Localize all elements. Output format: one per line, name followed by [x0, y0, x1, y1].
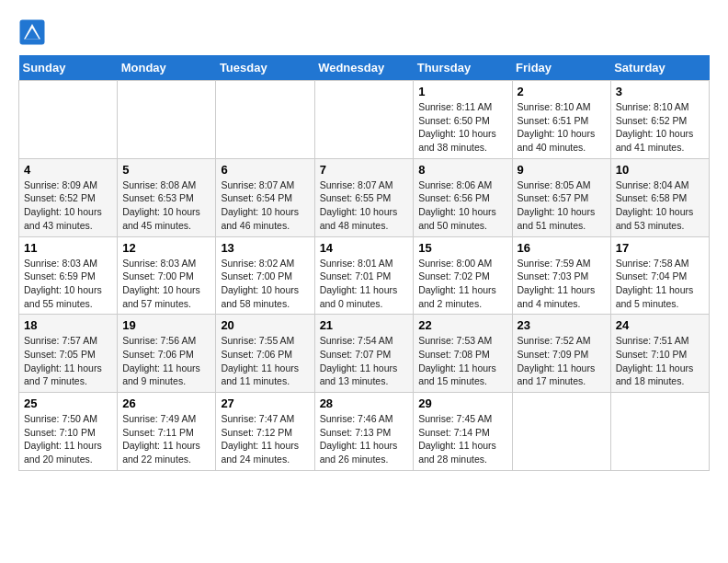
day-cell — [610, 393, 709, 471]
day-cell — [216, 81, 314, 159]
day-cell: 18 Sunrise: 7:57 AM Sunset: 7:05 PM Dayl… — [19, 315, 118, 393]
week-row-5: 25 Sunrise: 7:50 AM Sunset: 7:10 PM Dayl… — [19, 393, 710, 471]
day-info: Sunrise: 8:07 AM Sunset: 6:54 PM Dayligh… — [221, 178, 309, 233]
day-number: 13 — [221, 241, 309, 255]
day-info: Sunrise: 8:03 AM Sunset: 6:59 PM Dayligh… — [24, 257, 112, 311]
day-cell: 8 Sunrise: 8:06 AM Sunset: 6:56 PM Dayli… — [414, 158, 512, 236]
day-cell — [19, 81, 118, 159]
day-info: Sunrise: 7:54 AM Sunset: 7:07 PM Dayligh… — [320, 334, 409, 388]
day-info: Sunrise: 7:53 AM Sunset: 7:08 PM Dayligh… — [418, 334, 506, 388]
day-info: Sunrise: 8:11 AM Sunset: 6:50 PM Dayligh… — [418, 100, 506, 155]
day-number: 2 — [518, 85, 606, 98]
day-number: 17 — [616, 241, 704, 255]
day-number: 12 — [122, 241, 210, 255]
day-number: 6 — [221, 163, 309, 177]
day-info: Sunrise: 7:58 AM Sunset: 7:04 PM Dayligh… — [616, 257, 704, 311]
day-number: 10 — [616, 163, 704, 177]
week-row-4: 18 Sunrise: 7:57 AM Sunset: 7:05 PM Dayl… — [19, 315, 710, 393]
day-cell: 29 Sunrise: 7:45 AM Sunset: 7:14 PM Dayl… — [414, 393, 512, 471]
day-cell — [314, 81, 414, 159]
day-cell: 22 Sunrise: 7:53 AM Sunset: 7:08 PM Dayl… — [414, 315, 512, 393]
week-row-3: 11 Sunrise: 8:03 AM Sunset: 6:59 PM Dayl… — [19, 236, 710, 315]
day-number: 7 — [320, 163, 409, 177]
col-header-wednesday: Wednesday — [314, 55, 414, 81]
day-number: 19 — [122, 318, 210, 332]
day-cell: 7 Sunrise: 8:07 AM Sunset: 6:55 PM Dayli… — [314, 158, 414, 236]
col-header-friday: Friday — [512, 55, 610, 81]
day-number: 5 — [122, 163, 210, 177]
day-info: Sunrise: 8:10 AM Sunset: 6:51 PM Dayligh… — [518, 100, 606, 155]
day-number: 9 — [518, 163, 606, 177]
day-cell: 12 Sunrise: 8:03 AM Sunset: 7:00 PM Dayl… — [118, 236, 216, 315]
day-cell: 24 Sunrise: 7:51 AM Sunset: 7:10 PM Dayl… — [610, 315, 709, 393]
day-cell: 15 Sunrise: 8:00 AM Sunset: 7:02 PM Dayl… — [414, 236, 512, 315]
day-cell: 26 Sunrise: 7:49 AM Sunset: 7:11 PM Dayl… — [118, 393, 216, 471]
day-info: Sunrise: 8:03 AM Sunset: 7:00 PM Dayligh… — [122, 257, 210, 311]
calendar-table: SundayMondayTuesdayWednesdayThursdayFrid… — [18, 55, 710, 471]
day-number: 1 — [418, 85, 506, 98]
week-row-1: 1 Sunrise: 8:11 AM Sunset: 6:50 PM Dayli… — [19, 81, 710, 159]
day-info: Sunrise: 7:59 AM Sunset: 7:03 PM Dayligh… — [518, 257, 606, 311]
day-cell: 28 Sunrise: 7:46 AM Sunset: 7:13 PM Dayl… — [314, 393, 414, 471]
day-number: 11 — [24, 241, 112, 255]
day-cell: 27 Sunrise: 7:47 AM Sunset: 7:12 PM Dayl… — [216, 393, 314, 471]
day-number: 29 — [418, 396, 506, 410]
day-cell: 21 Sunrise: 7:54 AM Sunset: 7:07 PM Dayl… — [314, 315, 414, 393]
logo — [18, 18, 50, 46]
day-cell — [512, 393, 610, 471]
day-cell: 17 Sunrise: 7:58 AM Sunset: 7:04 PM Dayl… — [610, 236, 709, 315]
day-cell: 25 Sunrise: 7:50 AM Sunset: 7:10 PM Dayl… — [19, 393, 118, 471]
day-cell: 3 Sunrise: 8:10 AM Sunset: 6:52 PM Dayli… — [610, 81, 709, 159]
day-number: 24 — [616, 318, 704, 332]
day-number: 25 — [24, 396, 112, 410]
logo-icon — [18, 18, 46, 46]
day-info: Sunrise: 7:55 AM Sunset: 7:06 PM Dayligh… — [221, 334, 309, 388]
week-row-2: 4 Sunrise: 8:09 AM Sunset: 6:52 PM Dayli… — [19, 158, 710, 236]
day-cell: 6 Sunrise: 8:07 AM Sunset: 6:54 PM Dayli… — [216, 158, 314, 236]
day-number: 18 — [24, 318, 112, 332]
day-number: 4 — [24, 163, 112, 177]
day-number: 23 — [518, 318, 606, 332]
day-info: Sunrise: 8:08 AM Sunset: 6:53 PM Dayligh… — [122, 178, 210, 233]
day-cell — [118, 81, 216, 159]
day-cell: 1 Sunrise: 8:11 AM Sunset: 6:50 PM Dayli… — [414, 81, 512, 159]
day-info: Sunrise: 7:45 AM Sunset: 7:14 PM Dayligh… — [418, 412, 506, 466]
day-info: Sunrise: 8:00 AM Sunset: 7:02 PM Dayligh… — [418, 257, 506, 311]
day-info: Sunrise: 7:52 AM Sunset: 7:09 PM Dayligh… — [518, 334, 606, 388]
day-number: 14 — [320, 241, 409, 255]
col-header-thursday: Thursday — [414, 55, 512, 81]
day-number: 8 — [418, 163, 506, 177]
day-cell: 9 Sunrise: 8:05 AM Sunset: 6:57 PM Dayli… — [512, 158, 610, 236]
day-number: 20 — [221, 318, 309, 332]
col-header-tuesday: Tuesday — [216, 55, 314, 81]
day-info: Sunrise: 7:50 AM Sunset: 7:10 PM Dayligh… — [24, 412, 112, 466]
day-info: Sunrise: 7:47 AM Sunset: 7:12 PM Dayligh… — [221, 412, 309, 466]
day-cell: 13 Sunrise: 8:02 AM Sunset: 7:00 PM Dayl… — [216, 236, 314, 315]
day-info: Sunrise: 7:51 AM Sunset: 7:10 PM Dayligh… — [616, 334, 704, 388]
col-header-saturday: Saturday — [610, 55, 709, 81]
day-info: Sunrise: 8:10 AM Sunset: 6:52 PM Dayligh… — [616, 100, 704, 155]
day-info: Sunrise: 7:46 AM Sunset: 7:13 PM Dayligh… — [320, 412, 409, 466]
day-number: 15 — [418, 241, 506, 255]
day-cell: 19 Sunrise: 7:56 AM Sunset: 7:06 PM Dayl… — [118, 315, 216, 393]
day-number: 28 — [320, 396, 409, 410]
day-number: 26 — [122, 396, 210, 410]
day-info: Sunrise: 8:01 AM Sunset: 7:01 PM Dayligh… — [320, 257, 409, 311]
day-info: Sunrise: 8:02 AM Sunset: 7:00 PM Dayligh… — [221, 257, 309, 311]
day-number: 21 — [320, 318, 409, 332]
day-info: Sunrise: 8:06 AM Sunset: 6:56 PM Dayligh… — [418, 178, 506, 233]
col-header-monday: Monday — [118, 55, 216, 81]
day-cell: 14 Sunrise: 8:01 AM Sunset: 7:01 PM Dayl… — [314, 236, 414, 315]
day-cell: 20 Sunrise: 7:55 AM Sunset: 7:06 PM Dayl… — [216, 315, 314, 393]
day-info: Sunrise: 8:07 AM Sunset: 6:55 PM Dayligh… — [320, 178, 409, 233]
col-header-sunday: Sunday — [19, 55, 118, 81]
header-row: SundayMondayTuesdayWednesdayThursdayFrid… — [19, 55, 710, 81]
day-cell: 16 Sunrise: 7:59 AM Sunset: 7:03 PM Dayl… — [512, 236, 610, 315]
day-info: Sunrise: 7:56 AM Sunset: 7:06 PM Dayligh… — [122, 334, 210, 388]
page-header — [18, 18, 710, 46]
day-info: Sunrise: 8:04 AM Sunset: 6:58 PM Dayligh… — [616, 178, 704, 233]
day-cell: 23 Sunrise: 7:52 AM Sunset: 7:09 PM Dayl… — [512, 315, 610, 393]
day-cell: 10 Sunrise: 8:04 AM Sunset: 6:58 PM Dayl… — [610, 158, 709, 236]
day-info: Sunrise: 7:49 AM Sunset: 7:11 PM Dayligh… — [122, 412, 210, 466]
day-number: 16 — [518, 241, 606, 255]
